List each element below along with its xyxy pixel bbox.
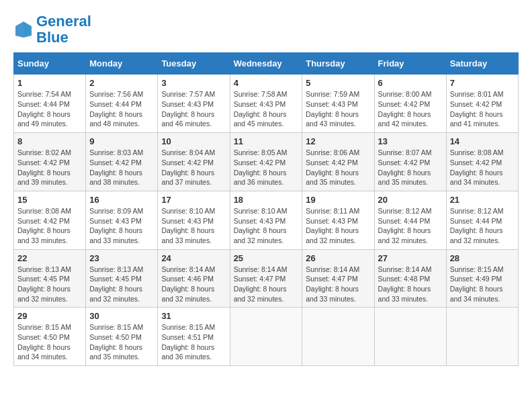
day-number: 6: [378, 78, 443, 88]
day-detail: Sunrise: 7:58 AM Sunset: 4:43 PM Dayligh…: [234, 89, 299, 129]
day-number: 25: [234, 253, 299, 263]
calendar-day-cell: 9 Sunrise: 8:03 AM Sunset: 4:42 PM Dayli…: [86, 133, 158, 191]
day-number: 2: [89, 78, 154, 88]
weekday-header-cell: Thursday: [302, 53, 374, 75]
calendar-day-cell: 28 Sunrise: 8:15 AM Sunset: 4:49 PM Dayl…: [446, 249, 518, 308]
day-detail: Sunrise: 7:56 AM Sunset: 4:44 PM Dayligh…: [89, 89, 154, 129]
day-detail: Sunrise: 8:06 AM Sunset: 4:42 PM Dayligh…: [306, 148, 370, 187]
calendar-day-cell: 22 Sunrise: 8:13 AM Sunset: 4:45 PM Dayl…: [14, 249, 86, 308]
weekday-header-cell: Friday: [374, 53, 446, 75]
day-number: 22: [17, 253, 82, 263]
calendar-week-row: 15 Sunrise: 8:08 AM Sunset: 4:42 PM Dayl…: [14, 191, 519, 249]
calendar-day-cell: 15 Sunrise: 8:08 AM Sunset: 4:42 PM Dayl…: [14, 191, 86, 249]
calendar-day-cell: 29 Sunrise: 8:15 AM Sunset: 4:50 PM Dayl…: [14, 308, 86, 366]
day-number: 27: [378, 253, 443, 263]
calendar-day-cell: [374, 308, 446, 366]
calendar-day-cell: 10 Sunrise: 8:04 AM Sunset: 4:42 PM Dayl…: [158, 133, 230, 191]
day-number: 20: [378, 195, 443, 205]
weekday-header-cell: Sunday: [14, 53, 86, 75]
calendar-week-row: 8 Sunrise: 8:02 AM Sunset: 4:42 PM Dayli…: [14, 133, 519, 191]
day-number: 7: [450, 78, 515, 88]
calendar-day-cell: 8 Sunrise: 8:02 AM Sunset: 4:42 PM Dayli…: [14, 133, 86, 191]
logo-icon: [13, 19, 34, 40]
day-detail: Sunrise: 8:14 AM Sunset: 4:46 PM Dayligh…: [161, 265, 226, 304]
calendar-day-cell: 4 Sunrise: 7:58 AM Sunset: 4:43 PM Dayli…: [230, 75, 302, 133]
calendar-week-row: 1 Sunrise: 7:54 AM Sunset: 4:44 PM Dayli…: [14, 75, 519, 133]
day-detail: Sunrise: 8:01 AM Sunset: 4:42 PM Dayligh…: [450, 89, 515, 129]
day-detail: Sunrise: 8:15 AM Sunset: 4:50 PM Dayligh…: [17, 322, 82, 362]
calendar-day-cell: 18 Sunrise: 8:10 AM Sunset: 4:43 PM Dayl…: [230, 191, 302, 249]
day-number: 3: [161, 78, 226, 88]
calendar-week-row: 29 Sunrise: 8:15 AM Sunset: 4:50 PM Dayl…: [14, 308, 519, 366]
day-detail: Sunrise: 8:05 AM Sunset: 4:42 PM Dayligh…: [234, 148, 299, 187]
calendar-day-cell: [302, 308, 374, 366]
calendar-day-cell: 5 Sunrise: 7:59 AM Sunset: 4:43 PM Dayli…: [302, 75, 374, 133]
day-detail: Sunrise: 8:10 AM Sunset: 4:43 PM Dayligh…: [161, 206, 226, 246]
day-number: 26: [306, 253, 370, 263]
day-number: 12: [306, 136, 370, 146]
calendar-day-cell: 14 Sunrise: 8:08 AM Sunset: 4:42 PM Dayl…: [446, 133, 518, 191]
day-number: 29: [17, 311, 82, 321]
logo: General Blue: [13, 13, 91, 46]
day-number: 1: [17, 78, 82, 88]
calendar-table: SundayMondayTuesdayWednesdayThursdayFrid…: [13, 52, 519, 366]
day-detail: Sunrise: 8:12 AM Sunset: 4:44 PM Dayligh…: [378, 206, 443, 246]
calendar-day-cell: 16 Sunrise: 8:09 AM Sunset: 4:43 PM Dayl…: [86, 191, 158, 249]
day-number: 9: [89, 136, 154, 146]
day-detail: Sunrise: 8:14 AM Sunset: 4:48 PM Dayligh…: [378, 265, 443, 304]
day-detail: Sunrise: 8:08 AM Sunset: 4:42 PM Dayligh…: [450, 148, 515, 187]
weekday-header-cell: Tuesday: [158, 53, 230, 75]
day-detail: Sunrise: 8:12 AM Sunset: 4:44 PM Dayligh…: [450, 206, 515, 246]
calendar-day-cell: 21 Sunrise: 8:12 AM Sunset: 4:44 PM Dayl…: [446, 191, 518, 249]
day-detail: Sunrise: 8:02 AM Sunset: 4:42 PM Dayligh…: [17, 148, 82, 187]
day-number: 21: [450, 195, 515, 205]
calendar-day-cell: 2 Sunrise: 7:56 AM Sunset: 4:44 PM Dayli…: [86, 75, 158, 133]
day-detail: Sunrise: 8:15 AM Sunset: 4:49 PM Dayligh…: [450, 265, 515, 304]
day-detail: Sunrise: 8:07 AM Sunset: 4:42 PM Dayligh…: [378, 148, 443, 187]
calendar-day-cell: 26 Sunrise: 8:14 AM Sunset: 4:47 PM Dayl…: [302, 249, 374, 308]
calendar-day-cell: 20 Sunrise: 8:12 AM Sunset: 4:44 PM Dayl…: [374, 191, 446, 249]
day-number: 13: [378, 136, 443, 146]
day-number: 5: [306, 78, 370, 88]
weekday-header-cell: Wednesday: [230, 53, 302, 75]
day-detail: Sunrise: 8:08 AM Sunset: 4:42 PM Dayligh…: [17, 206, 82, 246]
day-detail: Sunrise: 8:13 AM Sunset: 4:45 PM Dayligh…: [89, 265, 154, 304]
calendar-day-cell: 17 Sunrise: 8:10 AM Sunset: 4:43 PM Dayl…: [158, 191, 230, 249]
calendar-day-cell: 27 Sunrise: 8:14 AM Sunset: 4:48 PM Dayl…: [374, 249, 446, 308]
day-detail: Sunrise: 7:57 AM Sunset: 4:43 PM Dayligh…: [161, 89, 226, 129]
day-detail: Sunrise: 8:15 AM Sunset: 4:51 PM Dayligh…: [161, 322, 226, 362]
day-detail: Sunrise: 8:13 AM Sunset: 4:45 PM Dayligh…: [17, 265, 82, 304]
calendar-body: 1 Sunrise: 7:54 AM Sunset: 4:44 PM Dayli…: [14, 75, 519, 366]
calendar-day-cell: 7 Sunrise: 8:01 AM Sunset: 4:42 PM Dayli…: [446, 75, 518, 133]
day-number: 31: [161, 311, 226, 321]
day-detail: Sunrise: 8:00 AM Sunset: 4:42 PM Dayligh…: [378, 89, 443, 129]
day-number: 19: [306, 195, 370, 205]
calendar-day-cell: 6 Sunrise: 8:00 AM Sunset: 4:42 PM Dayli…: [374, 75, 446, 133]
day-number: 30: [89, 311, 154, 321]
weekday-header-cell: Saturday: [446, 53, 518, 75]
calendar-week-row: 22 Sunrise: 8:13 AM Sunset: 4:45 PM Dayl…: [14, 249, 519, 308]
day-detail: Sunrise: 8:14 AM Sunset: 4:47 PM Dayligh…: [306, 265, 370, 304]
calendar-day-cell: 12 Sunrise: 8:06 AM Sunset: 4:42 PM Dayl…: [302, 133, 374, 191]
day-detail: Sunrise: 8:11 AM Sunset: 4:43 PM Dayligh…: [306, 206, 370, 246]
calendar-day-cell: 23 Sunrise: 8:13 AM Sunset: 4:45 PM Dayl…: [86, 249, 158, 308]
weekday-header-cell: Monday: [86, 53, 158, 75]
day-number: 10: [161, 136, 226, 146]
calendar-day-cell: 1 Sunrise: 7:54 AM Sunset: 4:44 PM Dayli…: [14, 75, 86, 133]
day-number: 24: [161, 253, 226, 263]
day-detail: Sunrise: 8:03 AM Sunset: 4:42 PM Dayligh…: [89, 148, 154, 187]
calendar-day-cell: 24 Sunrise: 8:14 AM Sunset: 4:46 PM Dayl…: [158, 249, 230, 308]
day-detail: Sunrise: 7:54 AM Sunset: 4:44 PM Dayligh…: [17, 89, 82, 129]
calendar-day-cell: 13 Sunrise: 8:07 AM Sunset: 4:42 PM Dayl…: [374, 133, 446, 191]
calendar-day-cell: 31 Sunrise: 8:15 AM Sunset: 4:51 PM Dayl…: [158, 308, 230, 366]
day-number: 15: [17, 195, 82, 205]
day-detail: Sunrise: 8:15 AM Sunset: 4:50 PM Dayligh…: [89, 322, 154, 362]
day-number: 23: [89, 253, 154, 263]
day-number: 16: [89, 195, 154, 205]
logo-text: General Blue: [36, 13, 91, 46]
calendar-day-cell: [446, 308, 518, 366]
day-detail: Sunrise: 8:04 AM Sunset: 4:42 PM Dayligh…: [161, 148, 226, 187]
weekday-header-row: SundayMondayTuesdayWednesdayThursdayFrid…: [14, 53, 519, 75]
day-detail: Sunrise: 8:10 AM Sunset: 4:43 PM Dayligh…: [234, 206, 299, 246]
calendar-day-cell: 19 Sunrise: 8:11 AM Sunset: 4:43 PM Dayl…: [302, 191, 374, 249]
